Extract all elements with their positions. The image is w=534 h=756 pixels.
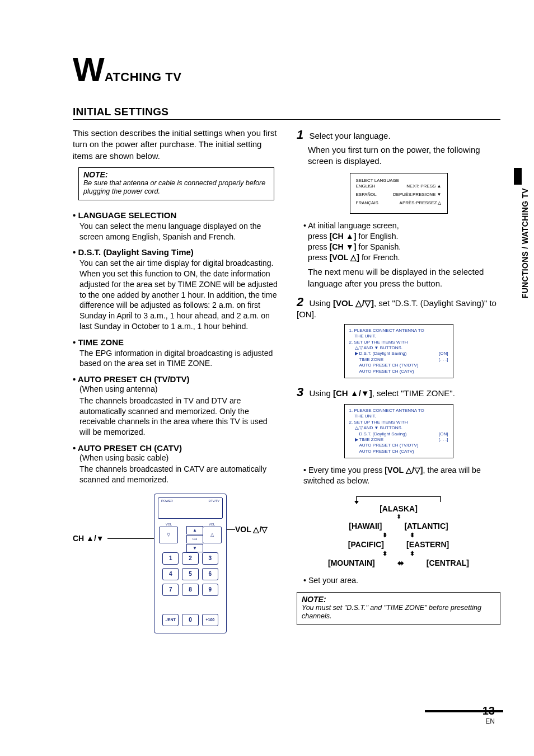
num-0[interactable]: 0 [182,614,198,626]
tz-central: [CENTRAL] [427,558,469,567]
osd3-i1: D.S.T. (Daylight Saving)[ON] [355,431,448,437]
label-vol-right: VOL [209,523,215,526]
tz-eastern: [EASTERN] [406,540,449,549]
tz-hawaii: [HAWAII] [349,522,382,530]
subhead-apcatv: • AUTO PRESET CH (CATV) [73,443,280,453]
step1-bullet-en: press [CH ▲] for English. [308,231,500,242]
osd2-l2: 2. SET UP THE ITEMS WITH [349,340,448,345]
remote-vol-ch-row: VOL VOL ▽ △ ▲ CH ▼ [159,527,222,546]
step3-bullet: • Every time you press [VOL △/▽], the ar… [303,465,500,486]
subhead-language: • LANGUAGE SELECTION [73,210,280,220]
left-column: This section describes the initial setti… [73,128,280,639]
osd2-i4: AUTO PRESET CH (CATV) [355,369,448,374]
osd-tz: 1. PLEASE CONNECT ANTENNA TO THE UNIT. 2… [344,404,453,458]
page-number: 13 EN [483,705,495,725]
body-language: You can select the menu language display… [79,221,280,242]
remote-illustration: CH ▲/▼ VOL △/▽ POWER DTV/TV VOL VOL ▽ △ … [73,494,280,639]
num-5[interactable]: 5 [182,568,198,580]
vol-up-button[interactable]: △ [203,527,222,543]
step-3-num: 3 [297,385,307,400]
label-vol-left: VOL [166,523,172,526]
ent-button[interactable]: -/ENT [162,614,179,626]
note2-body: You must set "D.S.T." and "TIME ZONE" be… [302,604,495,621]
osd2-l1: 1. PLEASE CONNECT ANTENNA TO [349,328,448,334]
ch-label: CH [186,535,203,543]
page: WATCHING TV INITIAL SETTINGS This sectio… [0,0,534,756]
step1-after: The next menu will be displayed in the s… [308,266,500,289]
chapter-title-rest: ATCHING TV [105,70,182,84]
ch-down-button[interactable]: ▼ [186,544,203,552]
osd3-l2: 2. SET UP THE ITEMS WITH [349,420,448,425]
num-7[interactable]: 7 [162,584,179,596]
label-vol: VOL △/▽ [235,525,268,534]
num-4[interactable]: 4 [162,568,179,580]
tz-pacific: [PACIFIC] [348,540,384,549]
sub-aptv: (When using antenna) [79,384,280,395]
leftright-icon: ⬌ [397,558,404,567]
osd-r2b: DEPUÉS:PRESIONE ▼ [393,192,442,198]
note-body: Be sure that antenna or cable is connect… [83,179,269,196]
note-box-1: NOTE: Be sure that antenna or cable is c… [78,167,274,200]
remote-outline: POWER DTV/TV VOL VOL ▽ △ ▲ CH ▼ 1 2 [154,494,227,633]
num-2[interactable]: 2 [182,552,198,565]
body-apcatv: The channels broadcasted in CATV are aut… [79,464,280,485]
step-1-body: When you first turn on the power, the fo… [308,144,500,167]
osd2-l1b: THE UNIT. [355,334,448,339]
num-8[interactable]: 8 [182,584,198,596]
osd-r2a: ESPAÑOL [356,192,377,198]
section-rule [73,119,500,120]
step1-bullet-es: press [CH ▼] for Spanish. [308,242,500,252]
timezone-cycle-diagram: [ALASKA] ⬍ [HAWAII] [ATLANTIC] ⬍⬍ [PACIF… [297,494,500,567]
osd3-l1b: THE UNIT. [355,414,448,419]
step-1-line: Select your language. [309,131,390,140]
osd3-i3: AUTO PRESET CH (TV/DTV) [355,443,448,448]
note2-head: NOTE: [302,595,495,604]
tz-mountain: [MOUNTAIN] [328,558,375,567]
osd2-i3: AUTO PRESET CH (TV/DTV) [355,363,448,368]
osd-r3a: FRANÇAIS [356,200,378,206]
vol-down-button[interactable]: ▽ [159,527,178,543]
two-column-layout: This section describes the initial setti… [73,128,500,639]
num-9[interactable]: 9 [202,584,218,596]
side-tab-text: FUNCTIONS / WATCHING TV [521,188,530,298]
body-tz: The EPG information in digital broadcast… [79,348,280,369]
subhead-tz: • TIME ZONE [73,337,280,347]
ch-up-button[interactable]: ▲ [186,526,203,534]
section-title: INITIAL SETTINGS [73,106,500,118]
sub-apcatv: (When using basic cable) [79,453,280,463]
osd3-i4: AUTO PRESET CH (CATV) [355,449,448,454]
updown-icon: ⬍ [410,550,415,557]
osd-language: SELECT LANGUAGE ENGLISHNEXT: PRESS ▲ ESP… [350,173,448,214]
note-head: NOTE: [83,170,269,179]
step-2-num: 2 [297,295,307,309]
chapter-title-initial: W [73,51,105,88]
updown-icon: ⬍ [382,550,387,557]
body-aptv: The channels broadcasted in TV and DTV a… [79,396,280,438]
num-3[interactable]: 3 [202,552,218,565]
osd2-l2b: △,▽ AND ▼ BUTTONS. [355,345,448,351]
step-2-line: Using [VOL △/▽], set "D.S.T. (Daylight S… [297,298,496,319]
num-1[interactable]: 1 [162,552,179,565]
osd-dst: 1. PLEASE CONNECT ANTENNA TO THE UNIT. 2… [344,324,453,378]
osd2-i2: TIME ZONE[- - -] [355,357,448,363]
set-area-bullet: • Set your area. [303,575,500,586]
intro-text: This section describes the initial setti… [73,128,280,162]
step-2: 2 Using [VOL △/▽], set "D.S.T. (Daylight… [297,295,500,378]
note-box-2: NOTE: You must set "D.S.T." and "TIME ZO… [297,592,500,625]
osd-r3b: APRÈS:PRESSEZ △ [400,200,442,206]
right-column: 1 Select your language. When you first t… [297,128,500,639]
body-dst: You can set the air time display for dig… [79,258,280,331]
osd3-l1: 1. PLEASE CONNECT ANTENNA TO [349,408,448,414]
step-1: 1 Select your language. When you first t… [297,128,500,289]
num-6[interactable]: 6 [202,568,218,580]
side-tab-marker [514,168,522,185]
osd-r1a: ENGLISH [356,184,376,190]
osd3-i2: ▶TIME ZONE[- - -] [355,437,448,443]
tz-top-connector [315,494,483,504]
label-ch: CH ▲/▼ [73,534,104,543]
step-3: 3 Using [CH ▲/▼], select "TIME ZONE". 1.… [297,385,500,586]
lead-line-ch [107,538,154,539]
updown-icon: ⬍ [382,532,387,539]
plus100-button[interactable]: +100 [202,614,218,626]
step1-bullet-fr: press [VOL △] for French. [308,252,500,263]
